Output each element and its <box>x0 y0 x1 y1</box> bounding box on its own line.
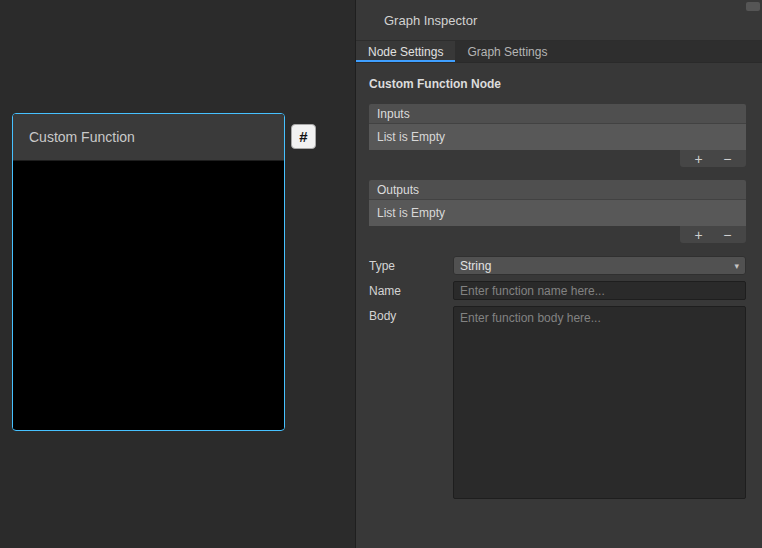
inputs-empty-row: List is Empty <box>369 124 746 150</box>
outputs-list: Outputs List is Empty + − <box>369 180 746 243</box>
body-label: Body <box>369 309 453 323</box>
node-title-bar[interactable]: Custom Function <box>13 114 284 161</box>
node-hash-badge[interactable]: # <box>291 124 316 149</box>
type-dropdown-value: String <box>460 259 491 273</box>
function-name-input[interactable] <box>453 281 746 300</box>
inspector-header[interactable]: Graph Inspector <box>356 0 762 41</box>
graph-inspector-panel: Graph Inspector Node Settings Graph Sett… <box>355 0 762 548</box>
node-preview-body <box>13 161 284 429</box>
tab-graph-settings[interactable]: Graph Settings <box>455 41 559 62</box>
outputs-add-button[interactable]: + <box>689 227 709 243</box>
tab-node-settings-label: Node Settings <box>368 45 443 59</box>
tab-graph-settings-label: Graph Settings <box>467 45 547 59</box>
inputs-add-button[interactable]: + <box>689 151 709 167</box>
chevron-down-icon: ▾ <box>734 261 739 271</box>
outputs-remove-button[interactable]: − <box>717 227 737 243</box>
inputs-list-footer: + − <box>680 150 746 167</box>
inputs-remove-button[interactable]: − <box>717 151 737 167</box>
hash-icon: # <box>299 128 307 145</box>
tab-node-settings[interactable]: Node Settings <box>356 41 455 62</box>
outputs-list-header[interactable]: Outputs <box>369 180 746 200</box>
inspector-title: Graph Inspector <box>384 13 477 28</box>
inputs-list-header[interactable]: Inputs <box>369 104 746 124</box>
name-label: Name <box>369 284 453 298</box>
type-dropdown[interactable]: String ▾ <box>453 256 746 275</box>
name-field-row: Name <box>369 281 746 300</box>
tab-bar: Node Settings Graph Settings <box>356 41 762 63</box>
function-body-input[interactable] <box>453 306 746 499</box>
scrollbar[interactable] <box>746 2 760 11</box>
custom-function-node[interactable]: Custom Function <box>12 113 285 431</box>
outputs-empty-row: List is Empty <box>369 200 746 226</box>
body-field-row: Body <box>369 306 746 499</box>
inputs-list: Inputs List is Empty + − <box>369 104 746 167</box>
node-title: Custom Function <box>29 129 135 145</box>
node-settings-heading: Custom Function Node <box>356 63 762 91</box>
type-label: Type <box>369 259 453 273</box>
outputs-list-footer: + − <box>680 226 746 243</box>
type-field-row: Type String ▾ <box>369 256 746 275</box>
graph-canvas[interactable]: Custom Function # <box>0 0 355 548</box>
